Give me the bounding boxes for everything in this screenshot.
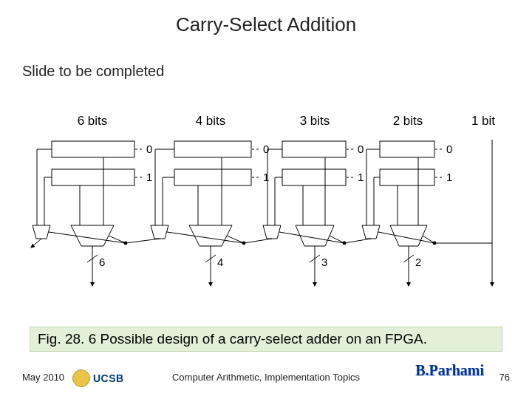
svg-line-66 <box>344 239 371 243</box>
cin-1: 1 <box>146 171 152 183</box>
svg-text:3: 3 <box>321 256 327 268</box>
bus-width: 6 <box>99 256 105 268</box>
svg-rect-1 <box>52 169 134 185</box>
subtitle: Slide to be completed <box>22 63 164 80</box>
stage-2: 4 bits 0 1 4 <box>126 115 269 286</box>
svg-text:2: 2 <box>415 256 421 268</box>
stage-label: 6 bits <box>78 115 108 128</box>
svg-rect-55 <box>380 169 434 185</box>
page-title: Carry-Select Addition <box>0 13 532 36</box>
svg-line-47 <box>244 239 272 243</box>
author-signature: B.Parhami <box>415 362 484 379</box>
svg-rect-36 <box>282 169 346 185</box>
stage-label: 1 bit <box>471 115 495 128</box>
slide: Carry-Select Addition Slide to be comple… <box>0 0 532 399</box>
carry-select-diagram: 6 bits 0 1 <box>22 115 510 321</box>
cin-0: 0 <box>146 143 152 155</box>
ucsb-seal-icon <box>72 369 90 387</box>
sum-mux-icon <box>71 225 114 246</box>
page-number: 76 <box>499 372 510 383</box>
svg-text:1: 1 <box>263 171 269 183</box>
svg-text:0: 0 <box>446 143 452 155</box>
svg-rect-16 <box>174 141 251 157</box>
figure-caption: Fig. 28. 6 Possible design of a carry-se… <box>30 327 502 352</box>
carry-mux-icon <box>33 225 50 239</box>
stage-3: 3 bits 0 1 3 <box>244 115 364 286</box>
stage-4: 2 bits 0 1 2 <box>344 115 452 286</box>
stage-label: 2 bits <box>393 115 423 128</box>
svg-text:1: 1 <box>446 171 452 183</box>
svg-rect-35 <box>282 141 346 157</box>
stage-5: 1 bit <box>434 115 495 286</box>
ucsb-logo: UCSB <box>72 369 124 387</box>
svg-rect-0 <box>52 141 134 157</box>
svg-rect-17 <box>174 169 251 185</box>
stage-1: 6 bits 0 1 <box>31 115 152 286</box>
svg-line-28 <box>126 239 160 243</box>
svg-text:1: 1 <box>358 171 364 183</box>
svg-line-10 <box>31 239 41 248</box>
svg-text:4: 4 <box>217 256 223 268</box>
stage-label: 3 bits <box>300 115 330 128</box>
stage-label: 4 bits <box>196 115 226 128</box>
svg-rect-54 <box>380 141 434 157</box>
svg-text:0: 0 <box>358 143 364 155</box>
ucsb-wordmark: UCSB <box>93 372 124 384</box>
